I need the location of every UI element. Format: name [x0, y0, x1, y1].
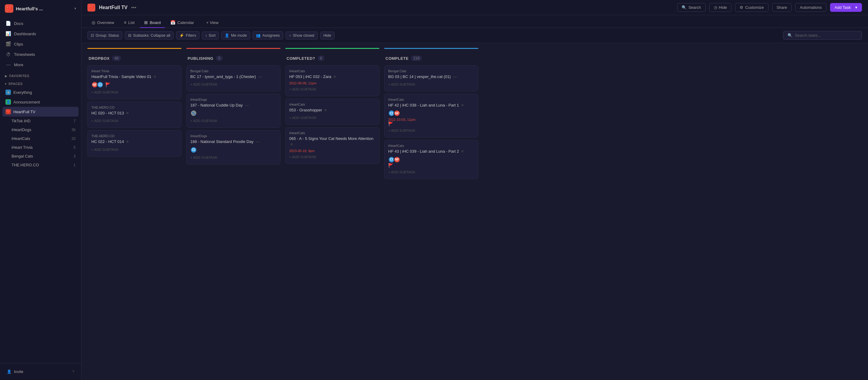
topbar-logo: ❤️: [87, 4, 95, 11]
card-title: BC 17 - tyson_and_tyga - 1 (Chester) —: [190, 74, 277, 80]
add-subtask-button[interactable]: + ADD SUBTASK: [289, 154, 375, 160]
card-meta: NF CI 🚩: [91, 81, 178, 88]
card-hf43[interactable]: iHeartCats HF 43 | iHC 039 - Liah and Lu…: [384, 140, 478, 179]
card-187[interactable]: iHeartDogs 187 - National Cuddle Up Day …: [186, 94, 280, 128]
card-meta: CI NF: [388, 110, 474, 117]
sort-icon: ↕: [205, 33, 207, 38]
sidebar-item-the-hero-co[interactable]: THE.HERO.CO 1: [8, 161, 79, 169]
card-188[interactable]: iHeartDogs 188 - National Standard Poodl…: [186, 130, 280, 164]
sidebar-item-docs[interactable]: 📄 Docs: [2, 18, 79, 29]
heartfull-tv-label: HeartFull TV: [13, 109, 61, 114]
me-mode-button[interactable]: 👤 Me mode: [221, 31, 250, 39]
card-065-signs[interactable]: iHeartCats 065 - A - 5 Signs Your Cat Ne…: [285, 127, 379, 164]
invite-button[interactable]: 👤 Invite ?: [4, 367, 78, 376]
subtasks-button[interactable]: ⊟ Subtasks: Collapse all: [125, 31, 174, 39]
add-view-label: + View: [206, 20, 219, 25]
sidebar-item-more[interactable]: ⋯ More: [2, 60, 79, 70]
tab-add-view[interactable]: + View: [202, 18, 223, 27]
show-closed-button[interactable]: ○ Show closed: [286, 32, 317, 39]
sidebar-item-heartfull-tv[interactable]: ❤️ HeartFull TV ⋯ +: [2, 107, 79, 117]
search-button[interactable]: 🔍 Search: [677, 3, 705, 12]
sidebar-item-tiktok-ihd[interactable]: TikTok iHD 7: [8, 117, 79, 125]
customize-button[interactable]: ⚙ Customize: [735, 3, 768, 12]
me-mode-icon: 👤: [225, 33, 229, 38]
group-status-label: Group: Status: [96, 33, 119, 38]
add-task-dropdown-icon[interactable]: ▾: [852, 5, 857, 10]
board-icon: ⊞: [144, 20, 148, 25]
card-avatars: 🐾: [190, 110, 197, 117]
share-button[interactable]: Share: [772, 3, 792, 12]
card-053-grasshopper[interactable]: iHeartCats 053 - Grasshopper ≡ + ADD SUB…: [285, 99, 379, 125]
sidebar-item-iheart-trivia[interactable]: iHeart Trivia 5: [8, 143, 79, 152]
subtasks-label: Subtasks: Collapse all: [133, 33, 170, 38]
card-label: iHeartCats: [388, 144, 474, 148]
card-bg03[interactable]: Bengal Cats BG 03 | BC 14 | vesper_the.c…: [384, 65, 478, 91]
add-subtask-button[interactable]: + ADD SUBTASK: [289, 86, 375, 92]
tab-board[interactable]: ⊞ Board: [140, 18, 165, 28]
add-subtask-button[interactable]: + ADD SUBTASK: [388, 127, 474, 133]
sidebar-item-clips[interactable]: 🎬 Clips: [2, 39, 79, 49]
tab-board-label: Board: [150, 20, 160, 25]
iheart-trivia-label: iHeart Trivia: [11, 145, 71, 150]
card-hc022[interactable]: THE.HERO.CO HC 022 - HCT 014 ≡ + ADD SUB…: [87, 130, 182, 156]
tab-calendar[interactable]: 📅 Calendar: [166, 18, 198, 28]
card-avatars: CI NF: [388, 110, 400, 117]
announcement-label: Announcement: [13, 100, 75, 104]
filters-button[interactable]: ⚡ Filters: [176, 31, 199, 39]
add-task-button[interactable]: Add Task ▾: [830, 3, 862, 12]
card-label: Bengal Cats: [388, 69, 474, 73]
tab-overview[interactable]: ◎ Overview: [87, 18, 118, 28]
card-title: 188 - National Standard Poodle Day —: [190, 139, 277, 145]
add-subtask-button[interactable]: + ADD SUBTASK: [289, 115, 375, 121]
topbar-title: HeartFull TV: [99, 5, 127, 10]
add-icon[interactable]: +: [70, 109, 75, 115]
sidebar-item-iheartdogs[interactable]: iHeartDogs 36: [8, 125, 79, 134]
favorites-section-label[interactable]: ▶ Favorites: [0, 71, 81, 79]
sidebar-item-timesheets[interactable]: ⏱ Timesheets: [2, 49, 79, 60]
card-label: THE.HERO.CO: [91, 106, 178, 109]
add-subtask-button[interactable]: + ADD SUBTASK: [91, 147, 178, 153]
card-lines-icon: ≡: [461, 103, 464, 107]
complete-header: COMPLETE 218: [384, 54, 478, 63]
hide-button[interactable]: ◷ Hide: [709, 3, 732, 12]
search-tasks-icon: 🔍: [787, 33, 793, 38]
hide-toolbar-label: Hide: [323, 33, 332, 38]
list-icon: ≡: [124, 20, 126, 25]
automations-button[interactable]: Automations: [795, 3, 826, 12]
add-subtask-button[interactable]: + ADD SUBTASK: [388, 81, 474, 87]
add-subtask-button[interactable]: + ADD SUBTASK: [91, 118, 178, 124]
spaces-section-label[interactable]: ▾ Spaces: [0, 79, 81, 87]
timesheets-icon: ⏱: [5, 52, 11, 57]
card-bc17[interactable]: Bengal Cats BC 17 - tyson_and_tyga - 1 (…: [186, 65, 280, 91]
iheartcats-count: 20: [72, 136, 75, 141]
card-hc020[interactable]: THE.HERO.CO HC 020 - HCT 013 ≡ + ADD SUB…: [87, 102, 182, 128]
group-status-button[interactable]: ⊡ Group: Status: [87, 31, 122, 39]
add-subtask-button[interactable]: + ADD SUBTASK: [388, 169, 474, 175]
card-meta: CI NF: [388, 156, 474, 163]
card-hf053-zara[interactable]: iHeartCats HF 053 | iHC 032 - Zara ≡ 202…: [285, 65, 379, 96]
card-lines-icon: ≡: [334, 74, 336, 79]
card-heartfull-trivia[interactable]: iHeart Trivia HeartFull Trivia - Sample …: [87, 65, 182, 99]
sidebar-item-iheartcats[interactable]: iHeartCats 20: [8, 134, 79, 143]
add-subtask-button[interactable]: + ADD SUBTASK: [190, 81, 277, 87]
avatar-gray: 🐾: [190, 110, 197, 117]
sidebar-item-dashboards[interactable]: 📊 Dashboards: [2, 29, 79, 39]
add-subtask-button[interactable]: + ADD SUBTASK: [91, 89, 178, 95]
sidebar-item-bengal-cats[interactable]: Bengal Cats 3: [8, 152, 79, 161]
topbar-ellipsis-icon[interactable]: •••: [131, 5, 136, 10]
search-tasks-box[interactable]: 🔍 Search tasks...: [783, 31, 862, 40]
add-subtask-button[interactable]: + ADD SUBTASK: [190, 118, 277, 124]
column-dropbox: DROPBOX 40 iHeart Trivia HeartFull Trivi…: [87, 48, 182, 375]
sidebar-item-announcement[interactable]: 👤 Announcement: [2, 97, 79, 107]
tab-list[interactable]: ≡ List: [120, 18, 139, 28]
ellipsis-icon[interactable]: ⋯: [63, 109, 69, 115]
workspace-header[interactable]: ❤️ Heartfull's ... ▾: [0, 0, 81, 17]
add-subtask-button[interactable]: + ADD SUBTASK: [190, 155, 277, 161]
sidebar-item-everything[interactable]: ◈ Everything: [2, 87, 79, 97]
assignees-button[interactable]: 👥 Assignees: [252, 31, 283, 39]
sort-button[interactable]: ↕ Sort: [202, 32, 219, 39]
card-title: HF 43 | iHC 039 - Liah and Luna - Part 2…: [388, 149, 474, 154]
card-hf42[interactable]: iHeartCats HF 42 | iHC 038 - Liah and Lu…: [384, 94, 478, 137]
search-icon: 🔍: [682, 5, 686, 10]
hide-toolbar-button[interactable]: Hide: [320, 32, 335, 39]
